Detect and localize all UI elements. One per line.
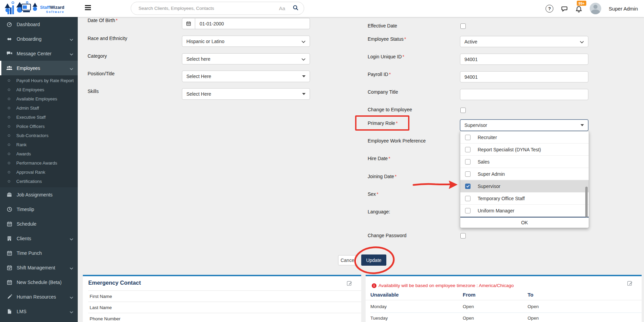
skills-select[interactable]: Select Here (182, 88, 310, 100)
checkbox-icon[interactable] (465, 147, 471, 152)
global-search: Aa (131, 2, 304, 15)
position-select-value: Select Here (186, 74, 211, 79)
role-option-super-admin[interactable]: Super Admin (460, 168, 589, 180)
sidebar-subitem-awards[interactable]: Awards (0, 149, 78, 158)
dropdown-scrollbar[interactable] (585, 187, 588, 217)
match-case-icon[interactable]: Aa (279, 5, 285, 11)
sidebar-subitem-rank[interactable]: Rank (0, 140, 78, 149)
sidebar-item-new-schedule-beta[interactable]: New Schedule (Beta) (0, 275, 78, 289)
building-icon (6, 235, 13, 241)
checkbox-icon[interactable] (465, 171, 471, 177)
race-select[interactable]: Hispanic or Latino (182, 36, 310, 47)
company-title-input[interactable] (460, 89, 588, 100)
edit-icon[interactable] (347, 280, 352, 287)
payroll-id-label: Payroll ID* (368, 72, 391, 77)
sidebar-item-clients[interactable]: Clients (0, 231, 78, 246)
sidebar-item-timeslip[interactable]: Timeslip (0, 202, 78, 216)
sidebar-subitem-admin-staff[interactable]: Admin Staff (0, 103, 78, 113)
edit-icon[interactable] (627, 280, 633, 287)
search-input[interactable] (139, 6, 279, 11)
checkbox-icon[interactable] (465, 159, 471, 165)
role-option-recruiter[interactable]: Recruiter (460, 131, 589, 144)
race-select-value: Hispanic or Latino (186, 39, 224, 44)
calendar-icon[interactable] (182, 18, 195, 29)
sidebar-item-shift-management[interactable]: Shift Management (0, 260, 78, 275)
sidebar-item-label: Shift Management (17, 265, 55, 270)
sidebar-item-employees[interactable]: Employees (0, 61, 78, 75)
employee-status-select[interactable]: Active (460, 36, 588, 47)
role-option-supervisor[interactable]: Supervisor (460, 180, 589, 192)
change-to-employee-checkbox[interactable] (460, 108, 466, 113)
sidebar-item-schedule[interactable]: Schedule (0, 216, 78, 231)
sidebar-subitem-label: All Employees (16, 87, 44, 92)
sidebar-subitem-executive-staff[interactable]: Executive Staff (0, 113, 78, 122)
checkbox-icon[interactable] (465, 208, 471, 213)
annotation-arrow (412, 179, 458, 190)
sidebar-item-lms[interactable]: LMS (0, 304, 78, 319)
change-password-checkbox[interactable] (460, 233, 466, 239)
notifications-bell[interactable]: 99+ (575, 3, 582, 14)
timezone-notice: i Availability will be based on employee… (372, 283, 514, 288)
sidebar-item-label: Timeslip (17, 207, 34, 212)
sidebar-subitem-police-officers[interactable]: Police Officers (0, 122, 78, 131)
logo-artwork-icon (3, 1, 38, 16)
update-button[interactable]: Update (361, 254, 386, 266)
message-icon (6, 51, 13, 56)
dropdown-ok-button[interactable]: OK (460, 217, 589, 228)
role-option-report-specialist-dyna-test[interactable]: Report Specialist (DYNA Test) (460, 144, 589, 156)
checkbox-icon[interactable] (465, 135, 471, 140)
role-option-label: Recruiter (478, 135, 497, 140)
chat-icon[interactable] (561, 5, 568, 12)
category-select[interactable]: Select here (182, 53, 310, 64)
sidebar-subitem-payroll-hours-by-rate-report[interactable]: Payroll Hours by Rate Report (0, 76, 78, 85)
login-id-input[interactable]: 94001 (460, 54, 588, 65)
company-title-label: Company Title (368, 89, 398, 95)
role-option-sales[interactable]: Sales (460, 156, 589, 168)
primary-role-select[interactable]: Supervisor (460, 119, 588, 131)
position-select[interactable]: Select Here (182, 71, 310, 82)
sidebar-subitem-certifications[interactable]: Certifications (0, 177, 78, 186)
primary-role-dropdown: RecruiterReport Specialist (DYNA Test)Sa… (460, 131, 589, 228)
search-icon[interactable] (293, 5, 298, 12)
chevron-down-icon (580, 39, 584, 44)
availability-day: Tuesday (370, 316, 388, 321)
primary-role-value: Supervisor (464, 122, 487, 128)
cancel-button[interactable]: Cancel (338, 255, 358, 265)
sidebar-item-label: Clients (17, 236, 31, 241)
sidebar-subitem-label: Performance Awards (16, 160, 57, 166)
sidebar-subitem-available-employees[interactable]: Available Employees (0, 94, 78, 103)
checkbox-checked-icon[interactable] (465, 184, 471, 189)
employees-icon (6, 65, 13, 71)
user-name[interactable]: Super Admin (609, 6, 638, 12)
sidebar-subitem-sub-contractors[interactable]: Sub-Contractors (0, 131, 78, 140)
sidebar-item-human-resources[interactable]: Human Resources (0, 289, 78, 304)
dob-input[interactable]: 01-01-2000 (195, 18, 310, 29)
sidebar-subitem-approval-rank[interactable]: Approval Rank (0, 168, 78, 177)
sidebar-item-message-center[interactable]: Message Center (0, 46, 78, 61)
help-icon[interactable]: ? (546, 5, 553, 13)
logo-text: StaffWizard Software (40, 4, 64, 14)
menu-toggle-icon[interactable] (85, 5, 91, 11)
header-actions: ? 99+ Super Admin (546, 0, 638, 17)
briefcase-icon (6, 192, 13, 197)
chevron-down-icon (70, 265, 73, 271)
effective-date-label: Effective Date (368, 23, 397, 29)
user-avatar[interactable] (590, 3, 601, 14)
bullet-icon (8, 134, 10, 137)
sidebar-item-onboarding[interactable]: Onboarding (0, 32, 78, 46)
emergency-row-first-name: First Name (90, 294, 112, 299)
chevron-down-icon (70, 66, 73, 71)
sidebar-item-time-punch[interactable]: Time Punch (0, 246, 78, 260)
effective-date-checkbox[interactable] (460, 23, 466, 29)
app-logo[interactable]: StaffWizard Software (3, 1, 67, 16)
sidebar-subitem-all-employees[interactable]: All Employees (0, 85, 78, 94)
sidebar-item-dashboard[interactable]: Dashboard (0, 17, 78, 32)
sidebar-item-job-assignments[interactable]: Job Assignments (0, 187, 78, 202)
availability-day: Monday (370, 304, 387, 309)
payroll-id-input[interactable]: 94001 (460, 71, 588, 82)
sidebar-subitem-performance-awards[interactable]: Performance Awards (0, 158, 78, 168)
role-option-temporary-office-staff[interactable]: Temporary Office Staff (460, 192, 589, 205)
role-option-uniform-manager[interactable]: Uniform Manager (460, 205, 589, 217)
bullet-icon (8, 162, 10, 164)
checkbox-icon[interactable] (465, 196, 471, 201)
